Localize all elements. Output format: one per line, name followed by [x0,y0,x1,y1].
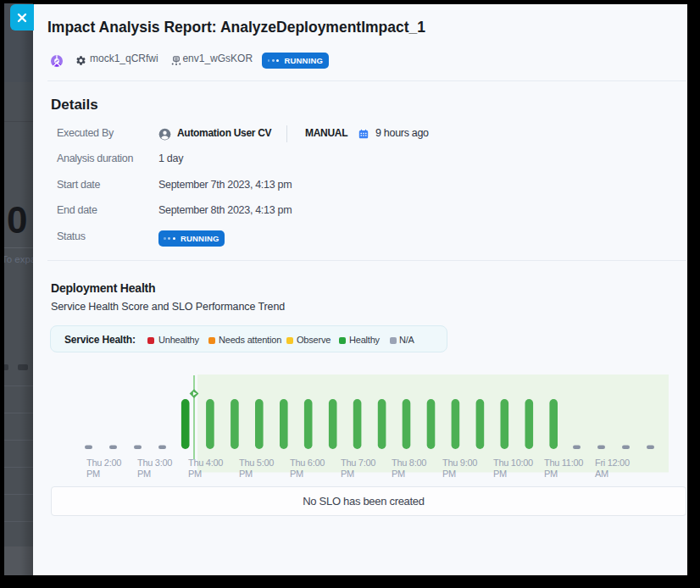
svg-text:PM: PM [493,469,507,479]
svg-text:Thu 11:00: Thu 11:00 [544,458,583,468]
svg-text:PM: PM [86,469,100,479]
svg-text:PM: PM [544,469,558,479]
svg-text:PM: PM [341,469,354,479]
svg-text:Thu 9:00: Thu 9:00 [442,458,477,468]
svg-text:PM: PM [392,469,405,479]
svg-text:Thu 4:00: Thu 4:00 [188,458,223,468]
svg-text:Thu 7:00: Thu 7:00 [341,458,375,468]
svg-text:Thu 3:00: Thu 3:00 [137,458,172,468]
svg-text:Thu 6:00: Thu 6:00 [290,458,325,468]
svg-text:Thu 2:00: Thu 2:00 [86,458,121,468]
svg-text:Thu 8:00: Thu 8:00 [392,458,426,468]
svg-text:Thu 10:00: Thu 10:00 [493,458,533,468]
svg-text:PM: PM [239,469,253,479]
svg-text:Fri 12:00: Fri 12:00 [595,458,630,468]
svg-text:AM: AM [595,469,608,479]
svg-text:PM: PM [442,469,456,479]
svg-text:PM: PM [188,469,202,479]
svg-text:Thu 5:00: Thu 5:00 [239,458,274,468]
svg-text:PM: PM [290,469,303,479]
svg-text:PM: PM [137,469,151,479]
